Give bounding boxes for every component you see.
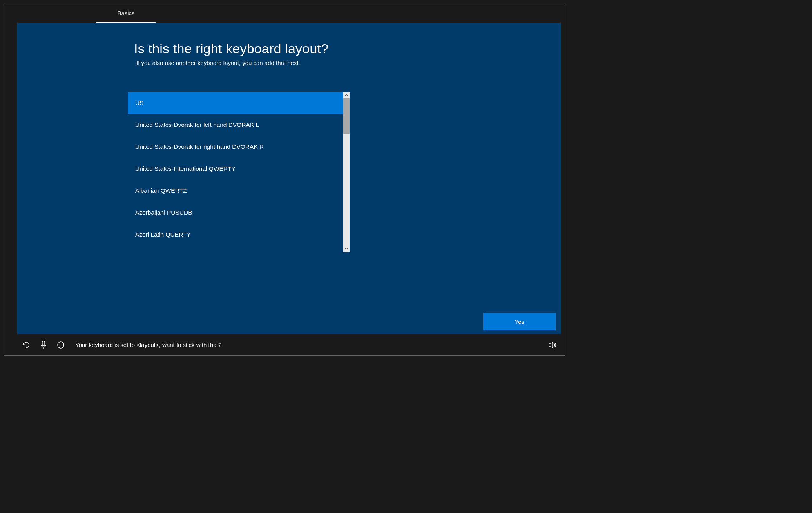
- list-item[interactable]: US: [128, 92, 343, 114]
- list-item[interactable]: Azerbaijani PUSUDB: [128, 202, 343, 224]
- microphone-icon[interactable]: [39, 341, 48, 349]
- yes-button[interactable]: Yes: [483, 313, 556, 330]
- scrollbar[interactable]: [343, 92, 350, 252]
- content-panel: Is this the right keyboard layout? If yo…: [17, 23, 561, 334]
- cortana-icon[interactable]: [56, 341, 65, 349]
- scroll-track[interactable]: [343, 98, 350, 246]
- tab-basics[interactable]: Basics: [96, 4, 156, 23]
- list-scroll-area: US United States-Dvorak for left hand DV…: [128, 92, 343, 252]
- page-title: Is this the right keyboard layout?: [134, 41, 561, 56]
- list-item[interactable]: Albanian QWERTZ: [128, 180, 343, 202]
- list-item[interactable]: Azeri Latin QUERTY: [128, 224, 343, 246]
- cortana-message: Your keyboard is set to <layout>, want t…: [75, 341, 221, 348]
- list-item[interactable]: ·: [128, 246, 343, 252]
- scroll-down-icon[interactable]: [343, 246, 350, 252]
- list-item[interactable]: United States-Dvorak for left hand DVORA…: [128, 114, 343, 136]
- list-item[interactable]: United States-International QWERTY: [128, 158, 343, 180]
- window-frame: Basics Is this the right keyboard layout…: [4, 4, 565, 356]
- page-subtitle: If you also use another keyboard layout,…: [136, 60, 561, 66]
- svg-point-2: [58, 342, 64, 348]
- tab-bar: Basics: [4, 4, 565, 23]
- volume-icon[interactable]: [548, 341, 557, 349]
- list-item[interactable]: United States-Dvorak for right hand DVOR…: [128, 136, 343, 158]
- scroll-up-icon[interactable]: [343, 92, 350, 98]
- sync-icon[interactable]: [22, 341, 31, 349]
- keyboard-layout-list: US United States-Dvorak for left hand DV…: [128, 92, 350, 252]
- bottom-bar: Your keyboard is set to <layout>, want t…: [4, 334, 565, 355]
- scroll-thumb[interactable]: [343, 98, 350, 134]
- svg-rect-0: [42, 341, 45, 346]
